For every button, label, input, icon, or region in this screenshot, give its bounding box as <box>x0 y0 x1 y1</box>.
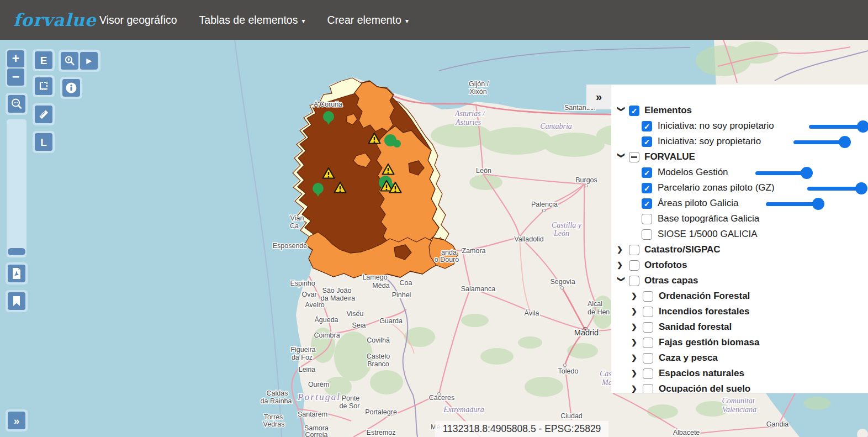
opacity-slider-thumb[interactable] <box>801 167 813 179</box>
chevron-right-icon[interactable]: ❯ <box>631 307 640 316</box>
nav-item[interactable]: Crear elemento▾ <box>327 14 408 27</box>
zoom-search-button[interactable] <box>61 52 78 70</box>
city-label: de Sor <box>340 402 360 410</box>
layer-label[interactable]: SIOSE 1/5000 GALICIA <box>658 229 757 240</box>
opacity-slider-track[interactable] <box>807 187 861 191</box>
zoom-in-button[interactable]: + <box>7 50 24 67</box>
layer-checkbox-indeterminate[interactable] <box>629 152 639 162</box>
layer-checkbox-checked[interactable]: ✓ <box>642 198 652 209</box>
bookmark-button[interactable] <box>8 292 25 310</box>
opacity-slider-thumb[interactable] <box>857 120 868 133</box>
opacity-slider-thumb[interactable] <box>855 182 867 194</box>
layer-checkbox-unchecked[interactable] <box>643 338 653 348</box>
brand[interactable]: forvalue <box>0 7 95 33</box>
layer-panel-collapse-button[interactable]: » <box>586 85 611 109</box>
city-label: de Hen <box>588 308 610 316</box>
chevron-right-icon[interactable]: ❯ <box>631 292 640 301</box>
region-label: Valenciana <box>722 406 756 414</box>
opacity-slider-track[interactable] <box>809 125 863 129</box>
layer-label[interactable]: Modelos Gestión <box>658 167 728 178</box>
brand-name[interactable]: forvalue <box>13 10 96 30</box>
layer-checkbox-unchecked[interactable] <box>643 291 653 302</box>
layer-row: ❯Ocupación del suelo <box>611 382 868 393</box>
opacity-slider-track[interactable] <box>793 140 845 144</box>
nav-item[interactable]: Visor geográfico <box>99 14 177 27</box>
city-label: Zamora <box>462 247 485 255</box>
query-search-button[interactable] <box>8 95 25 113</box>
layer-label[interactable]: Iniciativa: no soy propietario <box>658 120 774 131</box>
chevron-right-icon[interactable]: ❯ <box>631 385 640 393</box>
layer-label[interactable]: Iniciativa: soy propietario <box>658 136 761 147</box>
export-pdf-button[interactable] <box>8 265 25 282</box>
measure-area-button[interactable] <box>35 77 52 95</box>
chevron-right-icon[interactable]: ❯ <box>631 354 640 362</box>
city-label: Branco <box>367 360 389 368</box>
zoom-slider-track[interactable] <box>7 119 27 257</box>
measure-ruler-button[interactable] <box>35 106 52 123</box>
layer-checkbox-checked[interactable]: ✓ <box>642 136 652 147</box>
chevron-right-icon[interactable]: ❯ <box>631 323 640 331</box>
opacity-slider-thumb[interactable] <box>839 136 851 148</box>
bottom-panel-toggle-button[interactable]: » <box>8 412 25 429</box>
layer-label[interactable]: Ocupación del suelo <box>659 383 750 393</box>
nav-item[interactable]: Tablas de elementos▾ <box>199 14 305 27</box>
layer-label[interactable]: Otras capas <box>644 275 698 286</box>
layer-checkbox-checked[interactable]: ✓ <box>642 167 652 178</box>
layer-label[interactable]: Catastro/SIGPAC <box>644 244 721 255</box>
chevron-down-icon[interactable]: ❯ <box>617 152 626 161</box>
layer-label[interactable]: Base topográfica Galicia <box>658 213 759 224</box>
opacity-slider-track[interactable] <box>766 202 818 206</box>
layer-checkbox-unchecked[interactable] <box>643 307 653 317</box>
city-label: Caldas <box>267 389 288 397</box>
layer-checkbox-unchecked[interactable] <box>643 368 653 379</box>
layer-checkbox-checked[interactable]: ✓ <box>642 183 652 193</box>
app: A CoruñaGijón /XixónSantanderLeónBurgosP… <box>0 0 868 437</box>
layer-checkbox-unchecked[interactable] <box>643 353 653 364</box>
layer-label[interactable]: Incendios forestales <box>659 306 749 317</box>
chevron-right-icon[interactable]: ❯ <box>631 369 640 378</box>
layer-row: Base topográfica Galicia <box>611 212 868 227</box>
green-area-marker[interactable] <box>393 140 401 148</box>
chevron-right-icon[interactable]: ❯ <box>617 261 626 270</box>
zoom-out-button[interactable]: − <box>7 69 24 86</box>
layer-label[interactable]: Elementos <box>644 105 692 116</box>
info-button[interactable] <box>62 79 80 97</box>
city-label: Mêda <box>372 282 389 289</box>
chevron-right-icon[interactable]: ❯ <box>617 245 626 254</box>
layer-label[interactable]: FORVALUE <box>644 151 695 162</box>
chevron-down-icon[interactable]: ❯ <box>617 276 626 285</box>
layer-checkbox-unchecked[interactable] <box>642 229 652 240</box>
layer-label[interactable]: Caza y pesca <box>659 352 718 364</box>
coordinates-text: 1132318.8:4905808.5 - EPSG:25829 <box>443 423 601 435</box>
layer-label[interactable]: Ortofotos <box>644 260 687 271</box>
layer-checkbox-unchecked[interactable] <box>642 214 652 224</box>
double-chevron-icon: » <box>14 415 20 426</box>
layer-row: ❯✓Elementos <box>611 103 868 119</box>
layer-label[interactable]: Fajas gestión biomasa <box>659 337 759 348</box>
zoom-slider-thumb[interactable] <box>8 248 25 255</box>
layer-checkbox-checked[interactable]: ✓ <box>642 121 652 131</box>
layer-label[interactable]: Áreas piloto Galicia <box>658 198 738 209</box>
city-label: Seia <box>352 322 366 329</box>
layer-checkbox-unchecked[interactable] <box>629 276 639 286</box>
green-area-marker[interactable] <box>323 111 334 122</box>
layer-label[interactable]: Espacios naturales <box>659 368 744 379</box>
edit-elements-button[interactable]: E <box>35 51 52 69</box>
chevron-down-icon[interactable]: ❯ <box>617 106 626 115</box>
green-area-marker[interactable] <box>313 183 324 194</box>
opacity-slider-thumb[interactable] <box>812 198 824 210</box>
layer-row: ❯Incendios forestales <box>611 304 868 320</box>
layer-checkbox-unchecked[interactable] <box>629 245 639 255</box>
layer-label[interactable]: Ordenación Forestal <box>659 291 750 302</box>
legend-button[interactable]: L <box>35 133 52 151</box>
layer-checkbox-checked[interactable]: ✓ <box>629 106 639 116</box>
search-expand-button[interactable]: ▶ <box>80 52 98 70</box>
layer-checkbox-unchecked[interactable] <box>629 260 639 271</box>
layer-checkbox-unchecked[interactable] <box>643 322 653 333</box>
layer-label[interactable]: Sanidad forestal <box>659 322 732 333</box>
chevron-right-icon[interactable]: ❯ <box>631 338 640 347</box>
layer-label[interactable]: Parcelario zonas piloto (GZ) <box>658 182 775 193</box>
layer-checkbox-unchecked[interactable] <box>643 384 653 393</box>
opacity-slider-track[interactable] <box>755 171 807 175</box>
city-label: Coa <box>400 279 412 287</box>
